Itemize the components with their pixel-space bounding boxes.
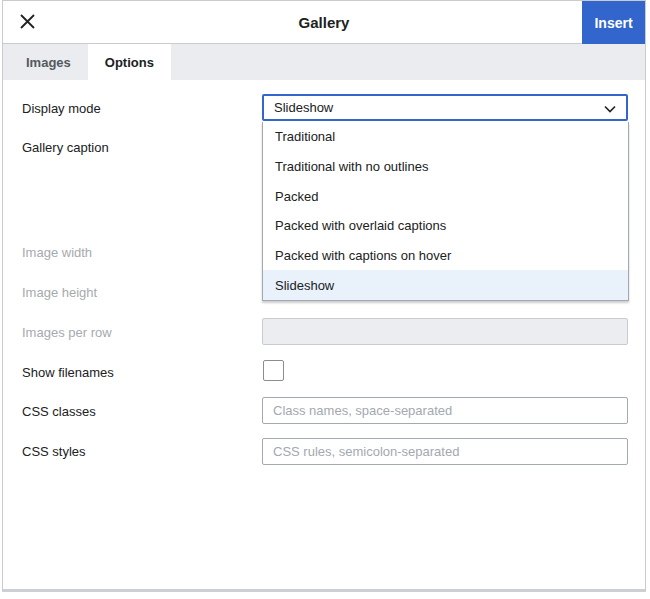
menu-option-traditional-no-outlines[interactable]: Traditional with no outlines (263, 152, 628, 182)
gallery-dialog: Gallery Insert Images Options Display mo… (0, 0, 650, 599)
dialog-header: Gallery Insert (3, 1, 645, 44)
menu-option-traditional[interactable]: Traditional (263, 122, 628, 152)
images-per-row-label: Images per row (22, 325, 112, 340)
dialog-frame: Gallery Insert Images Options Display mo… (2, 0, 646, 592)
tab-options[interactable]: Options (88, 44, 171, 80)
dialog-title: Gallery (3, 1, 645, 44)
css-styles-input[interactable] (262, 438, 628, 465)
css-styles-label: CSS styles (22, 444, 86, 459)
css-classes-label: CSS classes (22, 404, 96, 419)
show-filenames-label: Show filenames (22, 365, 114, 380)
tab-images[interactable]: Images (9, 44, 88, 80)
display-mode-value: Slideshow (274, 100, 604, 115)
insert-button[interactable]: Insert (582, 1, 645, 44)
menu-option-packed-overlaid[interactable]: Packed with overlaid captions (263, 211, 628, 241)
menu-option-packed[interactable]: Packed (263, 181, 628, 211)
close-button[interactable] (13, 9, 41, 37)
menu-option-slideshow[interactable]: Slideshow (263, 270, 628, 300)
display-mode-menu: Traditional Traditional with no outlines… (262, 122, 629, 301)
tab-bar: Images Options (3, 44, 645, 80)
display-mode-select[interactable]: Slideshow (262, 94, 628, 121)
css-classes-input[interactable] (262, 397, 628, 424)
show-filenames-checkbox[interactable] (263, 360, 284, 381)
display-mode-label: Display mode (22, 101, 101, 116)
gallery-caption-label: Gallery caption (22, 140, 109, 155)
image-height-label: Image height (22, 285, 97, 300)
close-icon (19, 13, 36, 34)
menu-option-packed-hover[interactable]: Packed with captions on hover (263, 241, 628, 271)
images-per-row-input (262, 318, 628, 345)
chevron-down-icon (604, 99, 616, 117)
image-width-label: Image width (22, 245, 92, 260)
